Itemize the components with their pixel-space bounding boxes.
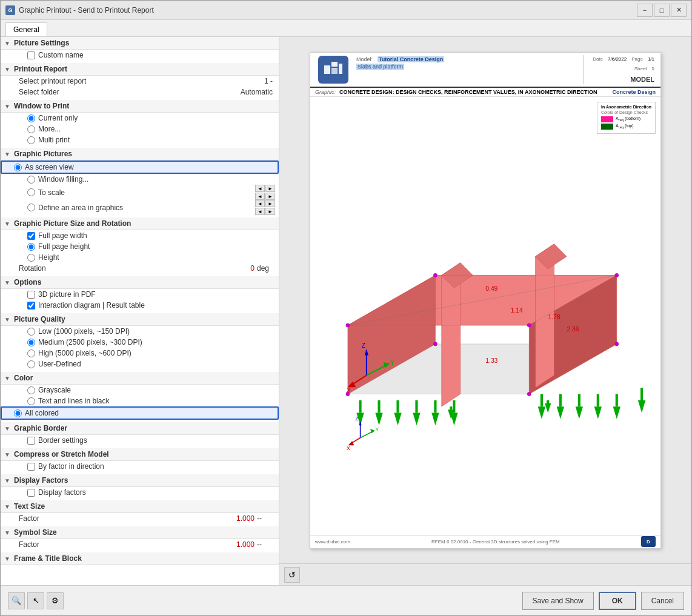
to-scale-arrow-tl[interactable]: ◄ [255,185,265,192]
save-and-show-button[interactable]: Save and Show [522,592,594,610]
all-colored-radio[interactable] [14,409,22,417]
graphic-title: CONCRETE DESIGN: DESIGN CHECKS, REINFORC… [339,89,608,95]
rotation-unit: deg [257,264,275,273]
to-scale-arrow-br[interactable]: ► [265,193,275,200]
select-folder-label: Select folder [19,88,241,96]
window-title: Graphic Printout - Send to Printout Repo… [19,6,633,15]
tab-general[interactable]: General [5,22,47,36]
legend-label-2: Areq (top) [616,124,633,129]
minimize-button[interactable]: − [637,4,653,17]
section-picture-settings[interactable]: ▼ Picture Settings [1,37,279,50]
cursor-button[interactable]: ↖ [27,592,44,609]
interaction-label: Interaction diagram | Result table [38,301,145,310]
footer-website: www.dlubal.com [315,539,350,545]
more-radio[interactable] [27,125,35,133]
full-page-height-radio[interactable] [27,243,35,251]
section-label-options: Options [14,278,41,286]
define-area-arrow-br[interactable]: ► [265,208,275,215]
legend-item-2: Areq (top) [601,124,651,130]
search-button[interactable]: 🔍 [8,592,25,609]
settings-button[interactable]: ⚙ [47,592,64,609]
section-options[interactable]: ▼ Options [1,276,279,289]
by-factor-checkbox[interactable] [27,463,35,471]
section-graphic-size[interactable]: ▼ Graphic Picture Size and Rotation [1,217,279,230]
as-screen-view-radio[interactable] [14,164,22,171]
section-content-color: Grayscale Text and lines in black All co… [1,385,279,422]
to-scale-radio[interactable] [27,188,35,196]
select-folder-value: Automatic [241,88,273,96]
select-printout-row: Select printout report 1 - [1,76,279,87]
page-preview: Model: Tutorial Concrete Design Slabs an… [310,52,661,549]
section-printout-report[interactable]: ▼ Printout Report [1,63,279,76]
section-graphic-border[interactable]: ▼ Graphic Border [1,422,279,435]
date-label: Date [593,56,603,62]
svg-rect-6 [359,400,362,412]
grayscale-radio[interactable] [27,386,35,394]
interaction-checkbox[interactable] [27,302,35,310]
refresh-btn-area: ↺ [279,563,691,585]
full-page-width-checkbox[interactable] [27,232,35,240]
current-only-radio[interactable] [27,114,35,122]
multi-print-radio[interactable] [27,136,35,144]
svg-text:Z: Z [355,415,359,421]
to-scale-arrow-bl[interactable]: ◄ [255,193,265,200]
define-area-arrow-tr[interactable]: ► [265,200,275,207]
rotation-value: 0 [230,264,255,273]
low-quality-radio[interactable] [27,328,35,336]
maximize-button[interactable]: □ [654,4,670,17]
height-radio[interactable] [27,254,35,262]
section-quality[interactable]: ▼ Picture Quality [1,313,279,326]
collapse-icon-frame: ▼ [4,555,12,562]
graphic-area: In Axonometric Direction Colors of Desig… [310,97,660,535]
ok-button[interactable]: OK [599,592,636,610]
window-filling-radio[interactable] [27,176,35,184]
border-settings-checkbox[interactable] [27,437,35,445]
medium-quality-radio[interactable] [27,339,35,346]
svg-rect-47 [450,406,452,409]
text-lines-black-radio[interactable] [27,397,35,405]
define-area-arrow-bl[interactable]: ◄ [255,208,265,215]
custom-name-checkbox[interactable] [27,51,35,59]
cancel-button[interactable]: Cancel [641,592,684,610]
grayscale-wrap: Grayscale [1,385,279,396]
section-frame-title[interactable]: ▼ Frame & Title Block [1,552,279,565]
svg-text:0.49: 0.49 [485,285,497,292]
section-content-graphic: As screen view Window filling... To scal… [1,161,279,217]
high-quality-wrap: High (5000 pixels, ~600 DPI) [1,348,279,359]
to-scale-label: To scale [38,188,65,197]
define-area-radio[interactable] [27,204,35,211]
close-button[interactable]: ✕ [671,4,687,17]
section-compress[interactable]: ▼ Compress or Stretch Model [1,448,279,461]
define-area-wrap: Define an area in graphics [1,202,255,213]
more-wrap: More... [1,124,279,134]
svg-point-55 [433,342,437,345]
svg-text:1.33: 1.33 [485,357,497,363]
section-content-quality: Low (1000 pixels, ~150 DPI) Medium (2500… [1,326,279,372]
display-factors-checkbox[interactable] [27,489,35,497]
user-defined-radio[interactable] [27,360,35,368]
section-symbol-size[interactable]: ▼ Symbol Size [1,526,279,539]
section-label-display: MODEL [630,76,654,83]
define-area-arrow-tl[interactable]: ◄ [255,200,265,207]
to-scale-arrow-tr[interactable]: ► [265,185,275,192]
section-graphic-pictures[interactable]: ▼ Graphic Pictures [1,148,279,161]
low-quality-label: Low (1000 pixels, ~150 DPI) [38,327,130,336]
define-area-arrows: ◄ ► ◄ ► [255,200,275,215]
section-display-factors[interactable]: ▼ Display Factors [1,474,279,487]
svg-rect-14 [434,400,436,412]
high-quality-label: High (5000 pixels, ~600 DPI) [38,349,131,357]
section-text-size[interactable]: ▼ Text Size [1,500,279,513]
legend-title: In Axonometric Direction [601,105,651,109]
section-label-printout: Printout Report [14,65,67,73]
section-window-to-print[interactable]: ▼ Window to Print [1,100,279,113]
svg-text:X: X [347,387,351,394]
refresh-button[interactable]: ↺ [284,567,300,583]
graphic-title-bar: Graphic: CONCRETE DESIGN: DESIGN CHECKS,… [310,88,660,97]
collapse-icon-display: ▼ [4,477,12,484]
left-panel-scroll[interactable]: ▼ Picture Settings Custom name ▼ Printou… [1,37,279,585]
section-color[interactable]: ▼ Color [1,372,279,385]
3d-pdf-checkbox[interactable] [27,291,35,299]
app-icon: G [5,5,15,15]
high-quality-radio[interactable] [27,349,35,357]
medium-quality-wrap: Medium (2500 pixels, ~300 DPI) [1,337,279,348]
